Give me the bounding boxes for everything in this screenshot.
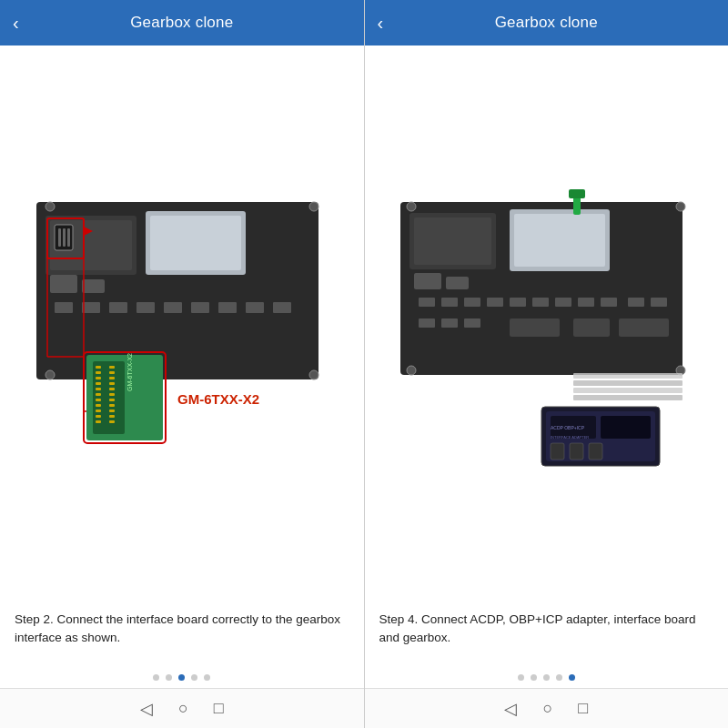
right-dot-5-active <box>569 674 575 681</box>
svg-rect-71 <box>464 298 480 307</box>
svg-point-66 <box>676 202 685 211</box>
dot-1 <box>153 674 159 681</box>
svg-rect-51 <box>109 404 115 407</box>
svg-point-18 <box>46 370 55 379</box>
svg-rect-11 <box>164 302 182 313</box>
svg-rect-44 <box>109 366 115 369</box>
svg-text:INTERFACE ADAPTER: INTERFACE ADAPTER <box>551 435 589 440</box>
svg-rect-10 <box>136 302 155 313</box>
left-home-nav-icon[interactable]: ○ <box>178 699 188 718</box>
svg-rect-58 <box>514 214 605 267</box>
svg-rect-15 <box>273 302 291 313</box>
dot-3-active <box>178 674 185 681</box>
right-square-nav-icon[interactable]: □ <box>578 699 588 718</box>
left-square-nav-icon[interactable]: □ <box>214 699 224 718</box>
svg-rect-78 <box>628 298 644 307</box>
svg-rect-64 <box>446 277 469 289</box>
left-header-title: Gearbox clone <box>130 14 233 32</box>
svg-rect-13 <box>218 302 237 313</box>
svg-text:GM-6TXX-X2: GM-6TXX-X2 <box>126 352 133 390</box>
left-back-nav-icon[interactable]: ◁ <box>140 699 153 719</box>
svg-rect-35 <box>96 377 101 379</box>
right-description: Step 4. Connect ACDP, OBP+ICP adapter, i… <box>365 603 729 669</box>
right-home-nav-icon[interactable]: ○ <box>542 699 552 718</box>
svg-rect-83 <box>510 318 560 337</box>
right-dot-2 <box>531 674 537 681</box>
svg-rect-34 <box>96 371 101 374</box>
svg-rect-80 <box>419 318 435 328</box>
svg-rect-85 <box>619 318 669 337</box>
svg-rect-76 <box>578 298 594 307</box>
right-diagram: ACDP OBP+ICP INTERFACE ADAPTER <box>391 175 701 484</box>
svg-rect-9 <box>109 302 127 313</box>
svg-rect-14 <box>246 302 264 313</box>
svg-rect-73 <box>510 298 526 307</box>
left-back-button[interactable]: ‹ <box>13 13 19 34</box>
svg-point-16 <box>46 202 55 211</box>
svg-rect-95 <box>570 443 583 460</box>
right-back-button[interactable]: ‹ <box>378 13 384 34</box>
svg-rect-75 <box>555 298 571 307</box>
right-dot-1 <box>518 674 524 681</box>
svg-text:ACDP OBP+ICP: ACDP OBP+ICP <box>551 425 585 430</box>
svg-rect-72 <box>487 298 503 307</box>
svg-rect-7 <box>55 302 73 313</box>
svg-rect-49 <box>109 393 115 396</box>
svg-rect-89 <box>573 395 682 400</box>
svg-rect-87 <box>573 380 682 386</box>
left-bottom-nav: ◁ ○ □ <box>0 688 364 728</box>
svg-rect-82 <box>464 318 480 328</box>
svg-rect-63 <box>414 273 441 289</box>
svg-rect-23 <box>67 228 70 247</box>
right-content: ACDP OBP+ICP INTERFACE ADAPTER Step 4. C… <box>365 46 729 688</box>
svg-rect-74 <box>532 298 549 307</box>
svg-rect-40 <box>96 404 101 407</box>
left-panel: ‹ Gearbox clone <box>0 0 365 728</box>
svg-rect-94 <box>551 443 564 460</box>
svg-point-19 <box>309 370 318 379</box>
svg-rect-2 <box>150 216 241 270</box>
svg-rect-45 <box>109 371 115 374</box>
right-dot-3 <box>543 674 550 681</box>
right-panel: ‹ Gearbox clone <box>365 0 729 728</box>
right-dots <box>365 669 729 688</box>
right-image-area: ACDP OBP+ICP INTERFACE ADAPTER <box>365 46 729 603</box>
svg-rect-69 <box>419 298 435 307</box>
right-header-title: Gearbox clone <box>495 14 598 32</box>
left-nav-section: ◁ ○ □ <box>0 689 364 728</box>
svg-rect-33 <box>96 366 101 369</box>
svg-point-17 <box>309 202 318 211</box>
svg-rect-36 <box>96 382 101 385</box>
svg-rect-37 <box>96 388 101 390</box>
svg-rect-79 <box>651 298 667 307</box>
svg-rect-62 <box>414 217 491 265</box>
svg-rect-46 <box>109 377 115 379</box>
svg-rect-12 <box>191 302 209 313</box>
svg-rect-86 <box>573 373 682 379</box>
svg-rect-93 <box>601 416 651 439</box>
right-back-nav-icon[interactable]: ◁ <box>504 699 517 719</box>
svg-point-65 <box>407 202 416 211</box>
svg-rect-47 <box>109 382 115 385</box>
right-nav-section: ◁ ○ □ <box>365 689 729 728</box>
svg-rect-22 <box>63 228 66 247</box>
right-dot-4 <box>556 674 562 681</box>
right-header: ‹ Gearbox clone <box>365 0 729 46</box>
svg-rect-54 <box>109 420 115 423</box>
right-bottom-nav: ◁ ○ □ <box>365 688 729 728</box>
svg-rect-81 <box>441 318 458 328</box>
left-dots <box>0 669 364 688</box>
svg-rect-53 <box>109 415 115 418</box>
svg-rect-39 <box>96 399 101 401</box>
svg-rect-96 <box>589 443 602 460</box>
svg-rect-38 <box>96 393 101 396</box>
svg-rect-8 <box>82 302 100 313</box>
left-content: GM-6TXX-X2 GM-6TXX-X2 Step 2. Connect th… <box>0 46 364 688</box>
svg-rect-70 <box>441 298 458 307</box>
svg-rect-50 <box>109 399 115 401</box>
svg-point-67 <box>407 366 416 375</box>
left-header: ‹ Gearbox clone <box>0 0 364 46</box>
svg-rect-77 <box>601 298 617 307</box>
svg-rect-43 <box>96 420 101 423</box>
left-diagram: GM-6TXX-X2 GM-6TXX-X2 <box>27 175 337 484</box>
